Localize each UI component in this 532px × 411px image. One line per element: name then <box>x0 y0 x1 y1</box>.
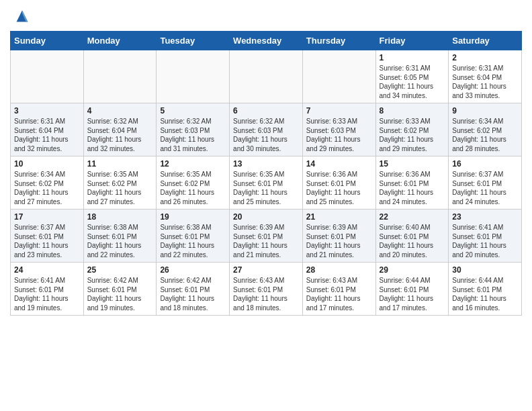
day-info: Sunrise: 6:44 AM Sunset: 6:01 PM Dayligh… <box>452 276 518 312</box>
day-number: 2 <box>452 53 518 62</box>
calendar-week-5: 24Sunrise: 6:41 AM Sunset: 6:01 PM Dayli… <box>11 263 522 316</box>
day-number: 25 <box>87 265 153 275</box>
day-info: Sunrise: 6:31 AM Sunset: 6:04 PM Dayligh… <box>14 117 80 153</box>
calendar-cell: 9Sunrise: 6:34 AM Sunset: 6:02 PM Daylig… <box>449 103 522 156</box>
day-info: Sunrise: 6:31 AM Sunset: 6:05 PM Dayligh… <box>380 64 445 100</box>
day-number: 11 <box>87 159 153 169</box>
calendar-table: SundayMondayTuesdayWednesdayThursdayFrid… <box>10 31 522 316</box>
calendar-cell: 3Sunrise: 6:31 AM Sunset: 6:04 PM Daylig… <box>11 103 84 156</box>
calendar-week-2: 3Sunrise: 6:31 AM Sunset: 6:04 PM Daylig… <box>11 103 522 156</box>
day-info: Sunrise: 6:43 AM Sunset: 6:01 PM Dayligh… <box>233 276 299 312</box>
day-number: 5 <box>160 106 226 116</box>
day-number: 19 <box>160 212 226 222</box>
calendar-cell: 28Sunrise: 6:43 AM Sunset: 6:01 PM Dayli… <box>302 263 375 316</box>
day-number: 13 <box>233 159 299 169</box>
calendar-cell <box>230 50 303 103</box>
calendar-cell: 6Sunrise: 6:32 AM Sunset: 6:03 PM Daylig… <box>230 103 303 156</box>
day-info: Sunrise: 6:33 AM Sunset: 6:02 PM Dayligh… <box>380 117 445 153</box>
calendar-cell: 29Sunrise: 6:44 AM Sunset: 6:01 PM Dayli… <box>375 263 449 316</box>
calendar-cell: 15Sunrise: 6:36 AM Sunset: 6:01 PM Dayli… <box>375 156 449 210</box>
calendar-cell: 7Sunrise: 6:33 AM Sunset: 6:03 PM Daylig… <box>302 103 375 156</box>
day-number: 8 <box>380 106 445 116</box>
calendar-cell <box>157 50 230 103</box>
weekday-wednesday: Wednesday <box>230 32 303 50</box>
day-info: Sunrise: 6:37 AM Sunset: 6:01 PM Dayligh… <box>452 170 518 206</box>
day-info: Sunrise: 6:35 AM Sunset: 6:02 PM Dayligh… <box>160 170 226 206</box>
day-info: Sunrise: 6:34 AM Sunset: 6:02 PM Dayligh… <box>452 117 518 153</box>
day-number: 1 <box>380 53 445 62</box>
day-info: Sunrise: 6:35 AM Sunset: 6:01 PM Dayligh… <box>233 170 299 206</box>
day-info: Sunrise: 6:39 AM Sunset: 6:01 PM Dayligh… <box>233 223 299 259</box>
day-info: Sunrise: 6:31 AM Sunset: 6:04 PM Dayligh… <box>452 64 518 100</box>
calendar-cell: 23Sunrise: 6:41 AM Sunset: 6:01 PM Dayli… <box>449 210 522 263</box>
calendar-cell: 30Sunrise: 6:44 AM Sunset: 6:01 PM Dayli… <box>449 263 522 316</box>
calendar-week-4: 17Sunrise: 6:37 AM Sunset: 6:01 PM Dayli… <box>11 210 522 263</box>
day-info: Sunrise: 6:37 AM Sunset: 6:01 PM Dayligh… <box>14 223 80 259</box>
calendar-cell: 19Sunrise: 6:38 AM Sunset: 6:01 PM Dayli… <box>157 210 230 263</box>
day-number: 29 <box>380 265 445 275</box>
calendar-week-3: 10Sunrise: 6:34 AM Sunset: 6:02 PM Dayli… <box>11 156 522 210</box>
page: SundayMondayTuesdayWednesdayThursdayFrid… <box>0 0 532 326</box>
day-number: 30 <box>452 265 518 275</box>
day-info: Sunrise: 6:41 AM Sunset: 6:01 PM Dayligh… <box>452 223 518 259</box>
logo <box>10 7 32 26</box>
calendar-cell: 18Sunrise: 6:38 AM Sunset: 6:01 PM Dayli… <box>83 210 157 263</box>
day-info: Sunrise: 6:43 AM Sunset: 6:01 PM Dayligh… <box>306 276 372 312</box>
day-info: Sunrise: 6:44 AM Sunset: 6:01 PM Dayligh… <box>380 276 445 312</box>
weekday-friday: Friday <box>375 32 449 50</box>
day-info: Sunrise: 6:40 AM Sunset: 6:01 PM Dayligh… <box>380 223 445 259</box>
calendar-cell: 20Sunrise: 6:39 AM Sunset: 6:01 PM Dayli… <box>230 210 303 263</box>
weekday-monday: Monday <box>83 32 157 50</box>
calendar-cell: 5Sunrise: 6:32 AM Sunset: 6:03 PM Daylig… <box>157 103 230 156</box>
calendar-cell: 13Sunrise: 6:35 AM Sunset: 6:01 PM Dayli… <box>230 156 303 210</box>
day-number: 17 <box>14 212 80 222</box>
calendar-cell: 17Sunrise: 6:37 AM Sunset: 6:01 PM Dayli… <box>11 210 84 263</box>
day-info: Sunrise: 6:42 AM Sunset: 6:01 PM Dayligh… <box>160 276 226 312</box>
calendar-cell: 12Sunrise: 6:35 AM Sunset: 6:02 PM Dayli… <box>157 156 230 210</box>
day-number: 10 <box>14 159 80 169</box>
calendar-cell: 2Sunrise: 6:31 AM Sunset: 6:04 PM Daylig… <box>449 50 522 103</box>
day-info: Sunrise: 6:34 AM Sunset: 6:02 PM Dayligh… <box>14 170 80 206</box>
calendar-cell: 14Sunrise: 6:36 AM Sunset: 6:01 PM Dayli… <box>302 156 375 210</box>
calendar-cell: 26Sunrise: 6:42 AM Sunset: 6:01 PM Dayli… <box>157 263 230 316</box>
day-info: Sunrise: 6:32 AM Sunset: 6:03 PM Dayligh… <box>233 117 299 153</box>
day-number: 23 <box>452 212 518 222</box>
day-number: 4 <box>87 106 153 116</box>
day-number: 21 <box>306 212 372 222</box>
logo-icon <box>13 7 32 26</box>
day-number: 12 <box>160 159 226 169</box>
day-info: Sunrise: 6:41 AM Sunset: 6:01 PM Dayligh… <box>14 276 80 312</box>
day-info: Sunrise: 6:39 AM Sunset: 6:01 PM Dayligh… <box>306 223 372 259</box>
day-info: Sunrise: 6:42 AM Sunset: 6:01 PM Dayligh… <box>87 276 153 312</box>
calendar-cell: 22Sunrise: 6:40 AM Sunset: 6:01 PM Dayli… <box>375 210 449 263</box>
calendar-cell: 1Sunrise: 6:31 AM Sunset: 6:05 PM Daylig… <box>375 50 449 103</box>
day-number: 16 <box>452 159 518 169</box>
day-info: Sunrise: 6:38 AM Sunset: 6:01 PM Dayligh… <box>87 223 153 259</box>
weekday-thursday: Thursday <box>302 32 375 50</box>
day-number: 7 <box>306 106 372 116</box>
day-info: Sunrise: 6:35 AM Sunset: 6:02 PM Dayligh… <box>87 170 153 206</box>
day-info: Sunrise: 6:32 AM Sunset: 6:04 PM Dayligh… <box>87 117 153 153</box>
calendar-cell: 4Sunrise: 6:32 AM Sunset: 6:04 PM Daylig… <box>83 103 157 156</box>
weekday-header-row: SundayMondayTuesdayWednesdayThursdayFrid… <box>11 32 522 50</box>
calendar-cell: 8Sunrise: 6:33 AM Sunset: 6:02 PM Daylig… <box>375 103 449 156</box>
calendar-cell: 21Sunrise: 6:39 AM Sunset: 6:01 PM Dayli… <box>302 210 375 263</box>
calendar-cell <box>83 50 157 103</box>
day-number: 24 <box>14 265 80 275</box>
day-number: 18 <box>87 212 153 222</box>
day-number: 15 <box>380 159 445 169</box>
header <box>10 7 522 26</box>
calendar-week-1: 1Sunrise: 6:31 AM Sunset: 6:05 PM Daylig… <box>11 50 522 103</box>
day-info: Sunrise: 6:36 AM Sunset: 6:01 PM Dayligh… <box>306 170 372 206</box>
calendar-cell: 27Sunrise: 6:43 AM Sunset: 6:01 PM Dayli… <box>230 263 303 316</box>
weekday-saturday: Saturday <box>449 32 522 50</box>
day-number: 20 <box>233 212 299 222</box>
day-number: 6 <box>233 106 299 116</box>
day-info: Sunrise: 6:38 AM Sunset: 6:01 PM Dayligh… <box>160 223 226 259</box>
calendar-header: SundayMondayTuesdayWednesdayThursdayFrid… <box>11 32 522 50</box>
calendar-cell <box>302 50 375 103</box>
day-number: 27 <box>233 265 299 275</box>
calendar-cell: 16Sunrise: 6:37 AM Sunset: 6:01 PM Dayli… <box>449 156 522 210</box>
day-number: 26 <box>160 265 226 275</box>
day-number: 22 <box>380 212 445 222</box>
